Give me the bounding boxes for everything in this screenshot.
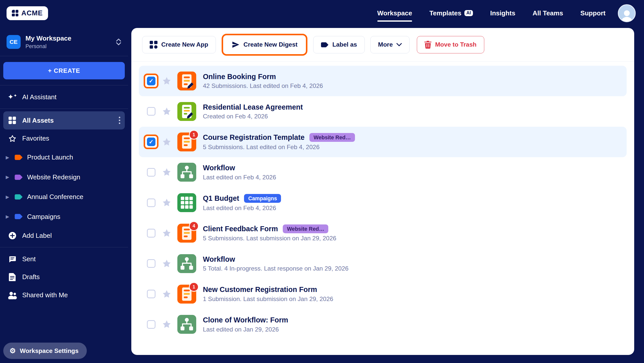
create-new-digest-button[interactable]: Create New Digest: [224, 36, 305, 53]
asset-row[interactable]: Workflow Last edited on Feb 4, 2026: [139, 157, 627, 188]
asset-meta: Created on Feb 4, 2026: [203, 113, 303, 120]
favorite-star-icon[interactable]: [162, 107, 172, 116]
checkbox-highlight: [144, 256, 158, 271]
checkbox-highlight: [144, 165, 158, 180]
asset-title[interactable]: Workflow: [203, 164, 235, 172]
nav-workspace[interactable]: Workspace: [377, 9, 412, 17]
row-checkbox[interactable]: [147, 320, 155, 329]
asset-row[interactable]: Online Booking Form 42 Submissions. Last…: [139, 66, 627, 96]
create-button[interactable]: + CREATE: [3, 62, 125, 79]
nav-insights[interactable]: Insights: [490, 9, 515, 17]
sidebar-item-all-assets[interactable]: All Assets: [3, 111, 125, 129]
asset-row[interactable]: Clone of Workflow: Form Last edited on J…: [139, 309, 627, 340]
asset-row[interactable]: 1 Course Registration Template Website R…: [139, 127, 627, 157]
favorite-star-icon[interactable]: [162, 228, 172, 238]
asset-row[interactable]: 1 New Customer Registration Form 1 Submi…: [139, 279, 627, 309]
plus-circle-icon: [8, 232, 17, 240]
tag-icon: [14, 213, 23, 220]
row-checkbox[interactable]: [147, 259, 155, 268]
workspace-name: My Workspace: [25, 35, 71, 42]
top-bar: ACME Workspace TemplatesAI Insights All …: [0, 0, 644, 26]
asset-title[interactable]: Online Booking Form: [203, 73, 276, 81]
row-checkbox[interactable]: [147, 199, 155, 207]
star-icon: [8, 135, 17, 143]
checkbox-highlight: [144, 226, 158, 241]
checkbox-highlight: [144, 317, 158, 332]
workspace-type: Personal: [25, 43, 71, 49]
sidebar-item-shared-with-me[interactable]: Shared with Me: [3, 286, 125, 304]
all-assets-menu-icon[interactable]: [119, 117, 120, 124]
move-to-trash-button[interactable]: Move to Trash: [417, 36, 484, 53]
notification-count-badge: 1: [189, 282, 199, 292]
tag-icon: [14, 174, 23, 181]
tag-icon: [14, 154, 23, 161]
asset-title[interactable]: Course Registration Template: [203, 133, 304, 142]
sidebar-label-website-redesign[interactable]: ▶ Website Redesign: [3, 167, 125, 187]
chevron-right-icon[interactable]: ▶: [6, 194, 10, 200]
nav-templates[interactable]: TemplatesAI: [429, 9, 473, 17]
row-checkbox[interactable]: [147, 77, 155, 85]
sidebar-item-favorites[interactable]: Favorites: [3, 129, 125, 148]
checkbox-highlight: [144, 195, 158, 210]
favorite-star-icon[interactable]: [162, 167, 172, 177]
chevron-right-icon[interactable]: ▶: [6, 155, 10, 160]
asset-title[interactable]: Workflow: [203, 255, 235, 263]
asset-row[interactable]: Residential Lease Agreement Created on F…: [139, 96, 627, 127]
chevron-down-icon: [396, 43, 402, 46]
sidebar-item-ai-assistant[interactable]: ✦✦ AI Assistant: [3, 88, 125, 106]
row-checkbox[interactable]: [147, 138, 155, 146]
row-checkbox[interactable]: [147, 229, 155, 237]
favorite-star-icon[interactable]: [162, 319, 172, 329]
sidebar-label-campaigns[interactable]: ▶ Campaigns: [3, 207, 125, 226]
asset-title[interactable]: Residential Lease Agreement: [203, 103, 303, 111]
favorite-star-icon[interactable]: [162, 76, 172, 86]
asset-type-icon: 1: [177, 285, 196, 304]
brand-logo[interactable]: ACME: [7, 6, 48, 20]
label-as-button[interactable]: Label as: [313, 36, 365, 53]
row-checkbox[interactable]: [147, 168, 155, 177]
tag-icon: [14, 193, 23, 201]
workspace-settings-button[interactable]: ⚙ Workspace Settings: [3, 343, 87, 359]
favorite-star-icon[interactable]: [162, 289, 172, 299]
people-icon: [8, 291, 17, 299]
sidebar-label-annual-conference[interactable]: ▶ Annual Conference: [3, 187, 125, 207]
gear-icon: ⚙: [10, 347, 16, 354]
checkbox-highlight: [144, 104, 158, 119]
highlight-outline: Create New Digest: [222, 34, 307, 56]
create-new-app-button[interactable]: Create New App: [142, 36, 216, 53]
chevron-right-icon[interactable]: ▶: [6, 214, 10, 219]
user-avatar[interactable]: [618, 4, 636, 22]
workspace-avatar: CE: [7, 35, 21, 49]
workspace-switcher[interactable]: CE My Workspace Personal: [0, 32, 128, 56]
asset-row[interactable]: Q1 Budget Campaigns Last edited on Feb 4…: [139, 187, 627, 218]
nav-support[interactable]: Support: [580, 9, 606, 17]
nav-all-teams[interactable]: All Teams: [533, 9, 563, 17]
asset-meta: 5 Submissions. Last edited on Feb 4, 202…: [203, 144, 355, 151]
top-navigation: Workspace TemplatesAI Insights All Teams…: [377, 9, 606, 17]
favorite-star-icon[interactable]: [162, 198, 172, 208]
row-checkbox[interactable]: [147, 290, 155, 298]
asset-row[interactable]: 4 Client Feedback Form Website Red… 5 Su…: [139, 218, 627, 248]
workspace-switcher-chevron-icon[interactable]: [116, 38, 122, 46]
notification-count-badge: 4: [189, 221, 199, 231]
more-button[interactable]: More: [370, 36, 409, 53]
asset-title[interactable]: Clone of Workflow: Form: [203, 316, 288, 324]
asset-row[interactable]: Workflow 5 Total. 4 In-progress. Last re…: [139, 248, 627, 279]
checkbox-highlight: [144, 74, 158, 88]
sidebar-item-drafts[interactable]: Drafts: [3, 268, 125, 286]
asset-meta: 1 Submission. Last submission on Jan 29,…: [203, 295, 333, 303]
asset-meta: 5 Submissions. Last submission on Jan 29…: [203, 235, 336, 242]
asset-title[interactable]: New Customer Registration Form: [203, 285, 317, 294]
sidebar-item-add-label[interactable]: Add Label: [3, 226, 125, 245]
chevron-right-icon[interactable]: ▶: [6, 174, 10, 180]
asset-title[interactable]: Client Feedback Form: [203, 225, 278, 233]
row-checkbox[interactable]: [147, 107, 155, 116]
sidebar-label-product-launch[interactable]: ▶ Product Launch: [3, 148, 125, 167]
favorite-star-icon[interactable]: [162, 137, 172, 147]
sent-icon: [8, 255, 17, 263]
asset-type-icon: [177, 315, 196, 334]
favorite-star-icon[interactable]: [162, 259, 172, 269]
sidebar-item-sent[interactable]: Sent: [3, 250, 125, 268]
asset-title[interactable]: Q1 Budget: [203, 194, 239, 203]
asset-type-icon: 4: [177, 224, 196, 243]
